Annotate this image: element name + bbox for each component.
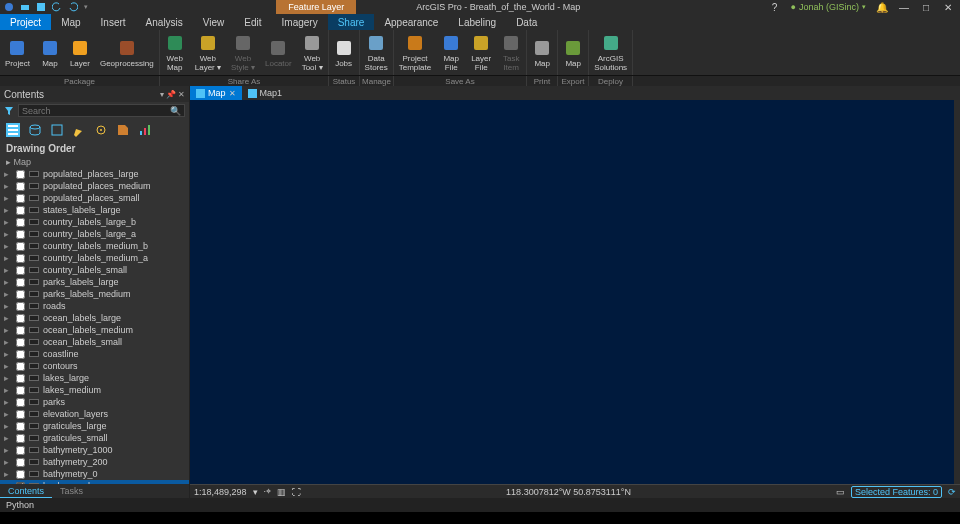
menu-imagery[interactable]: Imagery — [272, 14, 328, 30]
layer-visibility-checkbox[interactable] — [16, 410, 25, 419]
layer-visibility-checkbox[interactable] — [16, 458, 25, 467]
expand-icon[interactable]: ▸ — [4, 253, 12, 263]
expand-icon[interactable]: ▸ — [4, 277, 12, 287]
menu-edit[interactable]: Edit — [234, 14, 271, 30]
layer-visibility-checkbox[interactable] — [16, 446, 25, 455]
data-stores[interactable]: DataStores — [360, 30, 393, 75]
expand-icon[interactable]: ▸ — [4, 445, 12, 455]
layer-row[interactable]: ▸bathymetry_1000 — [0, 444, 189, 456]
expand-icon[interactable]: ▸ — [4, 169, 12, 179]
expand-icon[interactable]: ▸ — [4, 217, 12, 227]
layer-row[interactable]: ▸populated_places_medium — [0, 180, 189, 192]
project-template[interactable]: ProjectTemplate — [394, 30, 436, 75]
layer-row[interactable]: ▸parks_labels_medium — [0, 288, 189, 300]
refresh-icon[interactable]: ⟳ — [948, 487, 956, 497]
selection-tool-icon[interactable]: ▭ — [836, 487, 845, 497]
map-tab[interactable]: Map✕ — [190, 86, 242, 100]
layer-visibility-checkbox[interactable] — [16, 374, 25, 383]
notifications-icon[interactable]: 🔔 — [876, 1, 888, 13]
layer-visibility-checkbox[interactable] — [16, 422, 25, 431]
layer-row[interactable]: ▸country_labels_large_a — [0, 228, 189, 240]
expand-icon[interactable]: ▸ — [4, 433, 12, 443]
layer-visibility-checkbox[interactable] — [16, 386, 25, 395]
layer-row[interactable]: ▸populated_places_large — [0, 168, 189, 180]
maximize-icon[interactable]: □ — [920, 1, 932, 13]
web-layer[interactable]: WebLayer ▾ — [190, 30, 226, 75]
layer-row[interactable]: ▸states_labels_large — [0, 204, 189, 216]
layer-row[interactable]: ▸country_labels_medium_b — [0, 240, 189, 252]
filter-icon[interactable] — [4, 106, 14, 116]
export-map[interactable]: Map — [558, 30, 588, 75]
expand-icon[interactable]: ▸ — [4, 409, 12, 419]
expand-icon[interactable]: ▸ — [4, 385, 12, 395]
layer-row[interactable]: ▸bathymetry_200 — [0, 456, 189, 468]
layer-row[interactable]: ▸elevation_layers — [0, 408, 189, 420]
expand-icon[interactable]: ▸ — [4, 361, 12, 371]
expand-icon[interactable]: ▸ — [4, 301, 12, 311]
web-tool[interactable]: WebTool ▾ — [297, 30, 328, 75]
scale-value[interactable]: 1:18,489,298 — [194, 487, 247, 497]
minimize-icon[interactable]: — — [898, 1, 910, 13]
geoprocessing-package[interactable]: Geoprocessing — [95, 30, 159, 75]
layer-file[interactable]: LayerFile — [466, 30, 496, 75]
layer-visibility-checkbox[interactable] — [16, 362, 25, 371]
layer-row[interactable]: ▸lakes_medium — [0, 384, 189, 396]
pane-close-icon[interactable]: ✕ — [178, 90, 185, 99]
menu-labeling[interactable]: Labeling — [448, 14, 506, 30]
expand-icon[interactable]: ▸ — [4, 421, 12, 431]
expand-icon[interactable]: ▸ — [4, 229, 12, 239]
expand-icon[interactable]: ▸ — [4, 289, 12, 299]
search-box[interactable]: 🔍 — [18, 104, 185, 117]
tab-close-icon[interactable]: ✕ — [229, 89, 236, 98]
layer-row[interactable]: ▸parks_labels_large — [0, 276, 189, 288]
jobs[interactable]: Jobs — [329, 30, 359, 75]
pane-tab-tasks[interactable]: Tasks — [52, 484, 91, 498]
layer-visibility-checkbox[interactable] — [16, 338, 25, 347]
list-editing-icon[interactable] — [72, 123, 86, 137]
expand-icon[interactable]: ▸ — [4, 205, 12, 215]
redo-icon[interactable] — [68, 2, 78, 12]
layer-visibility-checkbox[interactable] — [16, 242, 25, 251]
list-chart-icon[interactable] — [138, 123, 152, 137]
selected-features[interactable]: Selected Features: 0 — [851, 486, 942, 498]
list-source-icon[interactable] — [28, 123, 42, 137]
menu-map[interactable]: Map — [51, 14, 90, 30]
menu-project[interactable]: Project — [0, 14, 51, 30]
list-drawing-order-icon[interactable] — [6, 123, 20, 137]
print-map[interactable]: Map — [527, 30, 557, 75]
expand-icon[interactable]: ▸ — [4, 373, 12, 383]
search-input[interactable] — [22, 106, 170, 116]
project-package[interactable]: Project — [0, 30, 35, 75]
expand-icon[interactable]: ▸ — [4, 193, 12, 203]
layer-package[interactable]: Layer — [65, 30, 95, 75]
layer-visibility-checkbox[interactable] — [16, 194, 25, 203]
layer-row[interactable]: ▸graticules_small — [0, 432, 189, 444]
expand-icon[interactable]: ▸ — [4, 349, 12, 359]
map-tab[interactable]: Map1 — [242, 86, 289, 100]
layer-row[interactable]: ▸coastline — [0, 348, 189, 360]
menu-analysis[interactable]: Analysis — [136, 14, 193, 30]
status-tool-icon-1[interactable]: ·⌖ — [264, 486, 272, 497]
layer-visibility-checkbox[interactable] — [16, 470, 25, 479]
layer-row[interactable]: ▸roads — [0, 300, 189, 312]
expand-icon[interactable]: ▸ — [4, 241, 12, 251]
expand-icon[interactable]: ▸ — [4, 457, 12, 467]
expand-icon[interactable]: ▸ — [4, 397, 12, 407]
layer-row[interactable]: ▸bathymetry_0 — [0, 468, 189, 480]
expand-icon[interactable]: ▸ — [4, 181, 12, 191]
layer-visibility-checkbox[interactable] — [16, 254, 25, 263]
layer-visibility-checkbox[interactable] — [16, 302, 25, 311]
layer-visibility-checkbox[interactable] — [16, 218, 25, 227]
expand-icon[interactable]: ▸ — [4, 313, 12, 323]
layer-visibility-checkbox[interactable] — [16, 278, 25, 287]
web-map[interactable]: WebMap — [160, 30, 190, 75]
save-icon[interactable] — [36, 2, 46, 12]
layer-visibility-checkbox[interactable] — [16, 290, 25, 299]
menu-insert[interactable]: Insert — [91, 14, 136, 30]
layer-visibility-checkbox[interactable] — [16, 326, 25, 335]
list-snapping-icon[interactable] — [94, 123, 108, 137]
menu-share[interactable]: Share — [328, 14, 375, 30]
menu-data[interactable]: Data — [506, 14, 547, 30]
layer-visibility-checkbox[interactable] — [16, 350, 25, 359]
layer-visibility-checkbox[interactable] — [16, 266, 25, 275]
